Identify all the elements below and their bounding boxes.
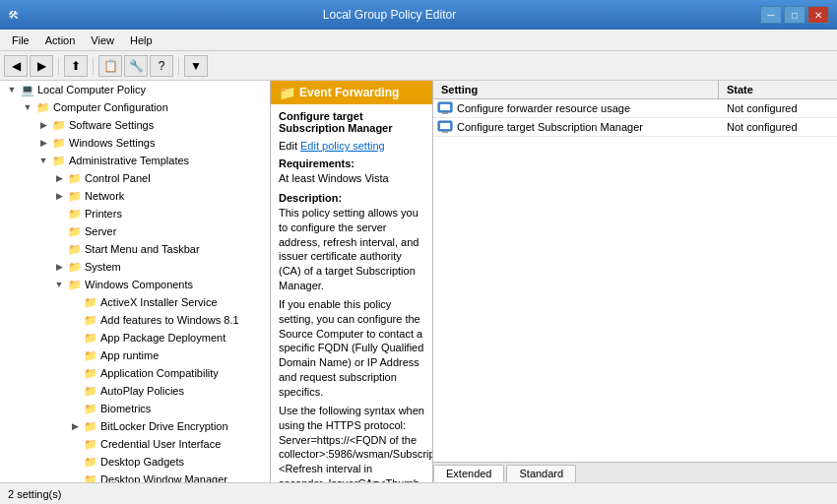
- folder-icon-windows-settings: 📁: [51, 135, 67, 151]
- node-label-windows-components: Windows Components: [85, 279, 193, 290]
- maximize-button[interactable]: □: [784, 6, 805, 24]
- edit-policy-link[interactable]: Edit policy setting: [300, 140, 385, 152]
- tree-node-local-computer-policy[interactable]: ▼ 💻 Local Computer Policy: [0, 81, 270, 98]
- tree-node-computer-configuration[interactable]: ▼ 📁 Computer Configuration: [0, 98, 270, 116]
- folder-icon-computer-configuration: 📁: [35, 99, 51, 115]
- tree-node-app-runtime[interactable]: 📁 App runtime: [0, 346, 270, 364]
- title-bar: 🛠 Local Group Policy Editor ─ □ ✕: [0, 0, 837, 30]
- tree-node-windows-settings[interactable]: ▶ 📁 Windows Settings: [0, 134, 270, 152]
- col-header-setting: Setting: [433, 81, 719, 98]
- filter-button[interactable]: ▼: [184, 55, 208, 77]
- node-label-software-settings: Software Settings: [69, 119, 154, 131]
- settings-content: Configure forwarder resource usage Not c…: [433, 99, 837, 462]
- folder-icon-app-package: 📁: [83, 330, 98, 346]
- settings-row-name-1: Configure forwarder resource usage: [453, 99, 719, 117]
- folder-icon-software-settings: 📁: [51, 117, 67, 133]
- svg-rect-4: [440, 123, 450, 129]
- tree-node-app-compat[interactable]: 📁 Application Compatibility: [0, 364, 270, 382]
- bottom-tabs: Extended Standard: [433, 462, 837, 482]
- tree-node-activex[interactable]: 📁 ActiveX Installer Service: [0, 293, 270, 311]
- folder-icon-server: 📁: [67, 223, 83, 239]
- folder-icon-network: 📁: [67, 188, 83, 204]
- toolbar-separator-2: [93, 57, 94, 75]
- description-text-3: Use the following syntax when using the …: [279, 404, 424, 482]
- tree-node-biometrics[interactable]: 📁 Biometrics: [0, 400, 270, 417]
- edit-policy-prefix: Edit: [279, 140, 300, 152]
- toggle-software-settings[interactable]: ▶: [35, 117, 51, 133]
- folder-icon-add-features: 📁: [83, 312, 98, 328]
- toggle-desktop-gadgets: [67, 454, 83, 470]
- menu-file[interactable]: File: [4, 32, 37, 48]
- folder-icon-system: 📁: [67, 259, 83, 275]
- title-bar-buttons: ─ □ ✕: [760, 6, 829, 24]
- tree-node-desktop-window[interactable]: 📁 Desktop Window Manager: [0, 471, 270, 482]
- node-label-network: Network: [85, 190, 124, 202]
- menu-action[interactable]: Action: [37, 32, 84, 48]
- node-label-admin-templates: Administrative Templates: [69, 155, 189, 166]
- settings-row-forwarder[interactable]: Configure forwarder resource usage Not c…: [433, 99, 837, 118]
- settings-list-header: Setting State: [433, 81, 837, 99]
- forward-button[interactable]: ▶: [30, 55, 53, 77]
- up-button[interactable]: ⬆: [64, 55, 88, 77]
- tree-node-app-package[interactable]: 📁 App Package Deployment: [0, 329, 270, 346]
- tree-node-network[interactable]: ▶ 📁 Network: [0, 187, 270, 205]
- tree-content: ▼ 💻 Local Computer Policy ▼ 📁 Computer C…: [0, 81, 270, 482]
- folder-icon-desktop-gadgets: 📁: [83, 454, 98, 470]
- tree-node-printers[interactable]: 📁 Printers: [0, 205, 270, 222]
- tree-node-add-features[interactable]: 📁 Add features to Windows 8.1: [0, 311, 270, 329]
- tree-node-desktop-gadgets[interactable]: 📁 Desktop Gadgets: [0, 453, 270, 471]
- status-bar: 2 setting(s): [0, 482, 837, 504]
- tree-node-credential-ui[interactable]: 📁 Credential User Interface: [0, 435, 270, 453]
- toggle-bitlocker[interactable]: ▶: [67, 418, 83, 434]
- toggle-autoplay: [67, 383, 83, 399]
- settings-row-subscription[interactable]: Configure target Subscription Manager No…: [433, 118, 837, 137]
- tree-node-control-panel[interactable]: ▶ 📁 Control Panel: [0, 169, 270, 187]
- toggle-network[interactable]: ▶: [51, 188, 67, 204]
- toggle-system[interactable]: ▶: [51, 259, 67, 275]
- toggle-local-computer-policy[interactable]: ▼: [4, 82, 20, 97]
- minimize-button[interactable]: ─: [760, 6, 782, 24]
- copy-button[interactable]: 📋: [98, 55, 122, 77]
- tab-extended[interactable]: Extended: [433, 465, 504, 482]
- toggle-computer-configuration[interactable]: ▼: [20, 99, 35, 115]
- node-label-credential-ui: Credential User Interface: [100, 438, 221, 450]
- tree-node-admin-templates[interactable]: ▼ 📁 Administrative Templates: [0, 152, 270, 169]
- back-button[interactable]: ◀: [4, 55, 28, 77]
- close-button[interactable]: ✕: [807, 6, 829, 24]
- policy-name: Configure target Subscription Manager: [279, 110, 424, 134]
- node-label-bitlocker: BitLocker Drive Encryption: [100, 420, 228, 432]
- properties-button[interactable]: 🔧: [124, 55, 148, 77]
- toggle-windows-settings[interactable]: ▶: [35, 135, 51, 151]
- tree-node-windows-components[interactable]: ▼ 📁 Windows Components: [0, 276, 270, 293]
- tree-node-system[interactable]: ▶ 📁 System: [0, 258, 270, 276]
- node-label-activex: ActiveX Installer Service: [100, 296, 218, 308]
- menu-help[interactable]: Help: [122, 32, 161, 48]
- tree-node-start-menu[interactable]: 📁 Start Menu and Taskbar: [0, 240, 270, 258]
- toolbar-separator-3: [178, 57, 179, 75]
- folder-icon-app-runtime: 📁: [83, 347, 98, 363]
- tree-node-bitlocker[interactable]: ▶ 📁 BitLocker Drive Encryption: [0, 417, 270, 435]
- node-label-app-compat: Application Compatibility: [100, 367, 219, 379]
- settings-row-state-1: Not configured: [719, 99, 837, 117]
- tree-panel: ▼ 💻 Local Computer Policy ▼ 📁 Computer C…: [0, 81, 271, 482]
- tab-standard[interactable]: Standard: [506, 465, 576, 482]
- col-header-state: State: [719, 81, 837, 98]
- node-label-start-menu: Start Menu and Taskbar: [85, 243, 200, 255]
- help-button[interactable]: ?: [150, 55, 173, 77]
- description-text-2: If you enable this policy setting, you c…: [279, 297, 424, 400]
- title-bar-text: Local Group Policy Editor: [19, 8, 760, 22]
- toggle-credential-ui: [67, 436, 83, 452]
- tree-node-software-settings[interactable]: ▶ 📁 Software Settings: [0, 116, 270, 134]
- settings-row-icon-1: [433, 100, 453, 116]
- tree-node-server[interactable]: 📁 Server: [0, 222, 270, 240]
- tree-node-autoplay[interactable]: 📁 AutoPlay Policies: [0, 382, 270, 400]
- folder-icon-bitlocker: 📁: [83, 418, 98, 434]
- toggle-windows-components[interactable]: ▼: [51, 277, 67, 292]
- toggle-control-panel[interactable]: ▶: [51, 170, 67, 186]
- toggle-admin-templates[interactable]: ▼: [35, 153, 51, 168]
- menu-view[interactable]: View: [83, 32, 122, 48]
- settings-panel: Setting State Configure forwarder resour…: [433, 81, 837, 482]
- folder-icon-biometrics: 📁: [83, 401, 98, 416]
- computer-icon: 💻: [20, 82, 35, 97]
- toggle-app-runtime: [67, 347, 83, 363]
